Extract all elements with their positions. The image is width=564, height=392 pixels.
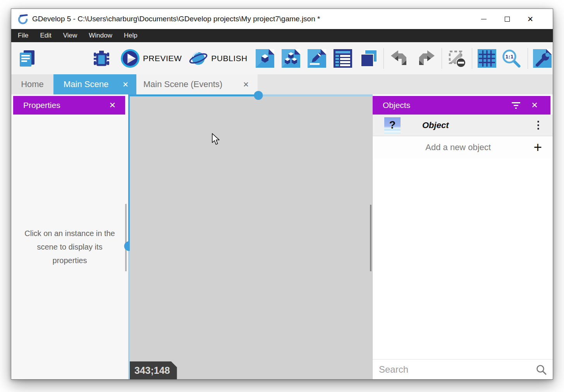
question-mark-thumbnail-icon: ?: [384, 117, 401, 134]
layers-icon: [359, 49, 378, 68]
publish-label[interactable]: PUBLISH: [211, 54, 247, 63]
preview-label[interactable]: PREVIEW: [143, 54, 182, 63]
events-sheet-icon: [334, 49, 352, 68]
zoom-1-1-icon: 1:1: [502, 49, 521, 68]
edit-objects-button[interactable]: [281, 49, 301, 68]
resize-handle-icon[interactable]: [254, 91, 263, 100]
menu-view[interactable]: View: [57, 29, 83, 42]
scene-canvas[interactable]: 343;148: [130, 94, 372, 379]
edit-properties-button[interactable]: [307, 49, 327, 68]
tab-main-scene-events[interactable]: Main Scene (Events) ✕: [136, 74, 258, 94]
project-manager-icon: [18, 49, 36, 68]
preview-play-icon: [120, 48, 140, 68]
menu-help[interactable]: Help: [118, 29, 143, 42]
wrench-icon: [533, 49, 552, 68]
tab-close-icon[interactable]: ✕: [122, 80, 129, 89]
window-controls: ✕: [472, 12, 553, 26]
tab-home[interactable]: Home: [11, 74, 53, 94]
canvas-scrollbar[interactable]: [370, 205, 371, 271]
objects-panel-title: Objects: [383, 101, 410, 110]
minimize-button[interactable]: [472, 12, 495, 26]
objects-empty-area: [373, 158, 553, 359]
title-bar: GDevelop 5 - C:\Users\charburg\Documents…: [11, 9, 553, 29]
toolbar: PREVIEW PUBLISH: [11, 42, 553, 74]
gdevelop-window: GDevelop 5 - C:\Users\charburg\Documents…: [11, 9, 553, 380]
tab-label: Home: [21, 79, 44, 89]
search-icon: [536, 364, 547, 375]
debug-bug-icon: [92, 49, 111, 68]
toolbar-separator: [383, 48, 384, 69]
undo-icon: [390, 49, 409, 68]
tab-main-scene[interactable]: Main Scene ✕: [53, 74, 136, 94]
mouse-cursor-icon: [212, 133, 221, 146]
redo-button[interactable]: [416, 49, 436, 68]
properties-empty-message: Click on an instance in the scene to dis…: [11, 227, 128, 267]
close-button[interactable]: ✕: [519, 12, 542, 26]
mask-icon: [447, 49, 466, 68]
window-title: GDevelop 5 - C:\Users\charburg\Documents…: [32, 15, 320, 23]
redo-icon: [417, 49, 435, 68]
close-panel-icon[interactable]: ✕: [528, 99, 541, 112]
add-object-row[interactable]: Add a new object +: [373, 136, 553, 158]
extensions-button[interactable]: [533, 49, 552, 68]
preview-button[interactable]: [120, 49, 140, 68]
objects-panel-header: Objects ✕: [373, 96, 550, 115]
objects-panel: Objects ✕ ? Object ⋮ Add a new object: [372, 94, 553, 379]
pencil-icon: [308, 49, 326, 68]
minimize-icon: [481, 19, 487, 19]
toolbar-separator: [472, 48, 472, 69]
menu-window[interactable]: Window: [83, 29, 118, 42]
objects-search-bar: [373, 359, 553, 379]
close-panel-icon[interactable]: ✕: [109, 101, 116, 110]
search-input[interactable]: [378, 364, 536, 375]
edit-scene-button[interactable]: [255, 49, 275, 68]
scene-cube-icon: [256, 49, 274, 68]
objects-cubes-icon: [282, 49, 300, 68]
properties-panel-title: Properties: [23, 101, 60, 110]
publish-globe-icon: [189, 48, 208, 69]
tab-close-icon[interactable]: ✕: [243, 80, 249, 89]
add-object-label: Add a new object: [383, 142, 533, 152]
debug-button[interactable]: [92, 49, 111, 68]
undo-button[interactable]: [390, 49, 409, 68]
svg-text:1:1: 1:1: [505, 54, 514, 60]
publish-button[interactable]: [189, 49, 208, 68]
editor-content: Properties ✕ Click on an instance in the…: [11, 94, 553, 379]
zoom-original-button[interactable]: 1:1: [502, 49, 521, 68]
properties-scrollbar[interactable]: [125, 204, 127, 271]
maximize-icon: [505, 17, 510, 22]
edit-events-button[interactable]: [333, 49, 352, 68]
maximize-button[interactable]: [495, 12, 519, 26]
properties-panel: Properties ✕ Click on an instance in the…: [11, 94, 128, 379]
object-menu-kebab-icon[interactable]: ⋮: [533, 120, 543, 130]
editor-tab-bar: Home Main Scene ✕ Main Scene (Events) ✕: [11, 74, 553, 94]
plus-icon[interactable]: +: [533, 140, 542, 154]
tab-label: Main Scene (Events): [143, 79, 222, 89]
toolbar-separator: [442, 48, 442, 69]
cursor-coordinates-badge: 343;148: [130, 361, 177, 379]
toolbar-separator: [528, 48, 528, 69]
menu-file[interactable]: File: [12, 29, 34, 42]
properties-panel-header: Properties ✕: [13, 96, 125, 115]
tab-label: Main Scene: [64, 79, 108, 89]
close-icon: ✕: [527, 15, 533, 24]
menu-bar: File Edit View Window Help: [11, 29, 553, 42]
toggle-mask-button[interactable]: [447, 49, 466, 68]
layers-button[interactable]: [359, 49, 378, 68]
object-name: Object: [422, 120, 449, 130]
filter-icon[interactable]: [509, 99, 523, 112]
menu-edit[interactable]: Edit: [34, 29, 57, 42]
panel-resize-divider-horizontal[interactable]: [130, 94, 372, 96]
object-list-item[interactable]: ? Object ⋮: [373, 115, 553, 136]
project-manager-button[interactable]: [17, 49, 37, 68]
toggle-grid-button[interactable]: [477, 49, 497, 68]
gdevelop-logo-icon: [17, 14, 28, 24]
grid-icon: [478, 49, 496, 68]
